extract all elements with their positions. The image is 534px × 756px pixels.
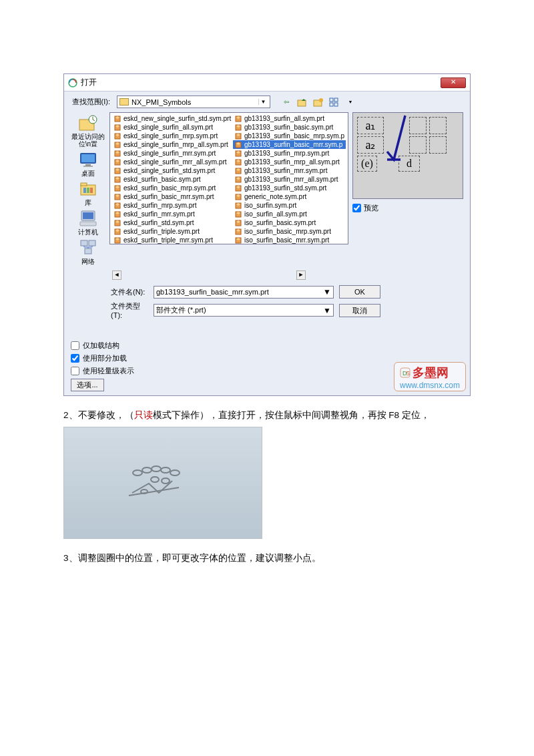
file-item[interactable]: gb13193_surfin_basic_mrp.sym.p [233, 132, 346, 140]
quick-recent[interactable]: 最近访问的位\n置 [71, 114, 105, 148]
file-item-label: gb13193_surfin_mrp_all.sym.prt [244, 158, 340, 166]
svg-rect-23 [89, 240, 95, 246]
quick-library[interactable]: 库 [77, 180, 99, 206]
file-item[interactable]: gb13193_surfin_all.sym.prt [233, 114, 346, 123]
view-icon[interactable] [328, 96, 341, 108]
chevron-down-icon[interactable]: ▼ [258, 99, 268, 105]
file-item-label: eskd_surfin_triple_mrr.sym.prt [123, 236, 213, 244]
app-icon [68, 78, 77, 87]
file-item-label: eskd_surfin_basic.sym.prt [123, 175, 201, 184]
quick-library-label: 库 [85, 199, 91, 206]
file-item[interactable]: eskd_single_surfin_mrp.sym.prt [112, 132, 233, 140]
file-item[interactable]: eskd_single_surfin_mrr_all.sym.prt [112, 158, 233, 166]
quick-desktop[interactable]: 桌面 [77, 150, 99, 177]
file-item[interactable]: gb13193_surfin_mrr.sym.prt [233, 166, 346, 175]
file-item[interactable]: eskd_surfin_mrp.sym.prt [112, 201, 233, 210]
file-item[interactable]: iso_surfin_basic_mrp.sym.prt [233, 227, 346, 236]
filename-combo[interactable]: ▼ [154, 286, 334, 299]
file-item[interactable]: eskd_new_single_surfin_std.sym.prt [112, 114, 233, 123]
cancel-button[interactable]: 取消 [339, 304, 380, 317]
file-item[interactable]: eskd_surfin_basic_mrp.sym.prt [112, 184, 233, 192]
file-item-label: gb13193_surfin_basic.sym.prt [244, 123, 333, 132]
watermark-cn: 多墨网 [413, 365, 449, 381]
file-item[interactable]: eskd_surfin_triple_mrr.sym.prt [112, 236, 233, 244]
file-item-label: eskd_single_surfin_mrp_all.sym.prt [123, 140, 228, 149]
file-item[interactable]: gb13193_surfin_mrp_all.sym.prt [233, 158, 346, 166]
filename-label: 文件名(N): [111, 287, 148, 297]
view-drop-icon[interactable]: ▼ [344, 96, 357, 108]
filename-input[interactable] [156, 288, 323, 296]
file-item[interactable]: gb13193_surfin_basic_mrr.sym.p [233, 140, 346, 149]
file-item-label: gb13193_surfin_std.sym.prt [244, 184, 326, 192]
part-file-icon [234, 124, 242, 132]
quick-network[interactable]: 网络 [77, 238, 99, 265]
part-file-icon [234, 150, 242, 158]
scroll-right-icon[interactable]: ► [296, 270, 306, 280]
quick-recent-label: 最近访问的位\n置 [71, 133, 105, 148]
file-item-label: eskd_surfin_triple.sym.prt [123, 227, 200, 236]
file-item-label: iso_surfin.sym.prt [244, 201, 296, 210]
part-file-icon [234, 210, 242, 218]
up-folder-icon[interactable] [296, 96, 309, 108]
file-item[interactable]: iso_surfin_basic.sym.prt [233, 218, 346, 227]
scope-combo[interactable]: ▼ [117, 96, 270, 108]
part-file-icon [113, 202, 121, 210]
preview-checkbox[interactable] [352, 204, 361, 212]
filetype-combo[interactable]: ▼ [154, 304, 334, 317]
light-display-label: 使用轻量级表示 [83, 366, 134, 376]
file-item-label: eskd_surfin_mrp.sym.prt [123, 201, 196, 210]
file-item[interactable]: iso_surfin_basic_mrr.sym.prt [233, 236, 346, 244]
folder-icon [119, 98, 129, 106]
file-item[interactable]: gb13193_surfin_std.sym.prt [233, 184, 346, 192]
file-item[interactable]: eskd_surfin_triple.sym.prt [112, 227, 233, 236]
part-file-icon [234, 167, 242, 175]
chevron-down-icon[interactable]: ▼ [323, 306, 331, 315]
svg-rect-16 [83, 188, 86, 193]
partial-load-checkbox[interactable] [71, 354, 79, 363]
file-item[interactable]: iso_surfin_all.sym.prt [233, 210, 346, 218]
filetype-label: 文件类型(T): [111, 301, 148, 319]
scroll-left-icon[interactable]: ◄ [112, 270, 121, 280]
file-item-label: iso_surfin_basic.sym.prt [244, 218, 316, 227]
svg-rect-21 [80, 222, 96, 226]
chevron-down-icon[interactable]: ▼ [323, 287, 331, 297]
light-display-checkbox[interactable] [71, 367, 79, 375]
file-item[interactable]: eskd_single_surfin_mrp_all.sym.prt [112, 140, 233, 149]
file-list[interactable]: eskd_new_single_surfin_std.sym.prteskd_s… [109, 112, 348, 244]
new-folder-icon[interactable] [312, 96, 325, 108]
file-item-label: gb13193_surfin_all.sym.prt [244, 114, 324, 123]
file-item[interactable]: eskd_single_surfin_mrr.sym.prt [112, 149, 233, 158]
part-file-icon [113, 184, 121, 192]
watermark-icon: DS [400, 367, 411, 378]
filetype-row: 文件类型(T): ▼ 取消 [111, 301, 470, 319]
file-item[interactable]: eskd_surfin_basic.sym.prt [112, 175, 233, 184]
file-item[interactable]: eskd_single_surfin_all.sym.prt [112, 123, 233, 132]
file-item[interactable]: iso_surfin.sym.prt [233, 201, 346, 210]
file-item[interactable]: generic_note.sym.prt [233, 192, 346, 201]
library-icon [77, 180, 99, 198]
file-item[interactable]: gb13193_surfin_mrp.sym.prt [233, 149, 346, 158]
file-item[interactable]: eskd_surfin_std.sym.prt [112, 218, 233, 227]
file-item[interactable]: eskd_surfin_mrr.sym.prt [112, 210, 233, 218]
scope-input[interactable] [131, 98, 258, 106]
file-item[interactable]: gb13193_surfin_mrr_all.sym.prt [233, 175, 346, 184]
file-item-label: eskd_surfin_basic_mrp.sym.prt [123, 184, 216, 192]
file-item-label: generic_note.sym.prt [244, 192, 306, 201]
part-file-icon [113, 228, 121, 236]
svg-rect-7 [334, 103, 338, 106]
ok-button[interactable]: OK [339, 285, 380, 299]
back-icon[interactable]: ⇦ [280, 96, 293, 108]
file-item[interactable]: eskd_surfin_basic_mrr.sym.prt [112, 192, 233, 201]
filetype-input[interactable] [156, 307, 323, 315]
close-button[interactable]: ✕ [441, 77, 466, 88]
part-file-icon [234, 158, 242, 166]
svg-point-64 [170, 470, 180, 476]
quick-computer[interactable]: 计算机 [77, 209, 99, 236]
file-item[interactable]: gb13193_surfin_basic.sym.prt [233, 123, 346, 132]
file-item-label: eskd_single_surfin_mrp.sym.prt [123, 132, 218, 140]
preview-panel: a₁ a₂ [352, 112, 463, 265]
load-struct-checkbox[interactable] [71, 341, 79, 350]
file-item[interactable]: eskd_single_surfin_std.sym.prt [112, 166, 233, 175]
filename-row: 文件名(N): ▼ OK [111, 285, 470, 299]
options-button[interactable]: 选项... [71, 379, 104, 391]
